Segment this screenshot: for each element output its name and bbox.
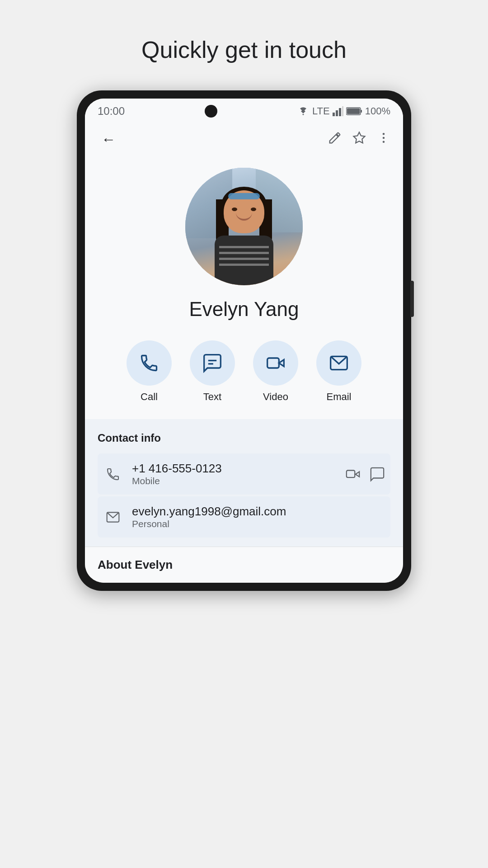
phone-row-icon (103, 464, 123, 484)
back-button[interactable]: ← (98, 127, 119, 151)
battery-icon (346, 107, 362, 116)
phone-text: +1 416-555-0123 Mobile (132, 462, 345, 486)
more-options-icon[interactable] (377, 131, 390, 148)
about-section: About Evelyn (85, 547, 403, 583)
email-type: Personal (132, 519, 385, 529)
person-silhouette (208, 186, 280, 285)
contact-info-title: Contact info (98, 432, 390, 444)
status-time: 10:00 (98, 105, 125, 118)
video-call-icon[interactable] (345, 467, 361, 482)
star-icon[interactable] (352, 131, 366, 148)
camera-dot (205, 105, 217, 118)
text-label: Text (203, 391, 221, 403)
svg-rect-15 (347, 470, 355, 477)
battery-label: 100% (365, 105, 390, 117)
svg-rect-3 (342, 106, 343, 116)
email-address: evelyn.yang1998@gmail.com (132, 505, 385, 519)
svg-rect-5 (361, 110, 362, 113)
svg-rect-1 (336, 110, 338, 116)
video-button[interactable] (253, 340, 298, 386)
action-buttons: Call Text (85, 333, 403, 419)
contact-name-section: Evelyn Yang (85, 296, 403, 333)
email-label: Email (326, 391, 351, 403)
call-button[interactable] (127, 340, 172, 386)
svg-marker-7 (354, 132, 365, 143)
phone-type: Mobile (132, 476, 345, 486)
phone-number: +1 416-555-0123 (132, 462, 345, 476)
avatar-face (185, 168, 303, 285)
edit-icon[interactable] (328, 131, 342, 148)
svg-point-8 (383, 133, 385, 135)
status-right: LTE 100% (297, 105, 390, 117)
side-button (410, 281, 414, 317)
avatar-section (85, 160, 403, 296)
svg-rect-6 (347, 108, 360, 114)
svg-point-10 (383, 141, 385, 143)
call-label: Call (141, 391, 158, 403)
status-bar: 10:00 LTE (85, 99, 403, 122)
svg-rect-2 (339, 108, 341, 116)
video-label: Video (263, 391, 288, 403)
svg-rect-0 (333, 113, 335, 116)
phone-frame: 10:00 LTE (77, 90, 411, 591)
signal-icon (333, 106, 343, 116)
text-action: Text (190, 340, 235, 403)
call-action: Call (127, 340, 172, 403)
wifi-icon (297, 106, 310, 116)
email-row: evelyn.yang1998@gmail.com Personal (98, 496, 390, 538)
sms-icon[interactable] (370, 467, 385, 482)
contact-name: Evelyn Yang (98, 298, 390, 321)
top-nav: ← (85, 122, 403, 160)
avatar (185, 168, 303, 285)
lte-label: LTE (312, 105, 330, 117)
text-button[interactable] (190, 340, 235, 386)
phone-row-actions (345, 467, 385, 482)
video-action: Video (253, 340, 298, 403)
svg-point-9 (383, 137, 385, 139)
contact-info-section: Contact info +1 416-555-0123 Mobile (85, 419, 403, 547)
nav-right-icons (328, 131, 390, 148)
page-headline: Quickly get in touch (141, 36, 347, 63)
about-title: About Evelyn (98, 558, 390, 572)
email-button[interactable] (316, 340, 361, 386)
email-row-icon (103, 507, 123, 527)
email-text: evelyn.yang1998@gmail.com Personal (132, 505, 385, 529)
phone-row: +1 416-555-0123 Mobile (98, 453, 390, 495)
email-action: Email (316, 340, 361, 403)
phone-screen: 10:00 LTE (85, 99, 403, 583)
svg-rect-13 (267, 358, 279, 368)
